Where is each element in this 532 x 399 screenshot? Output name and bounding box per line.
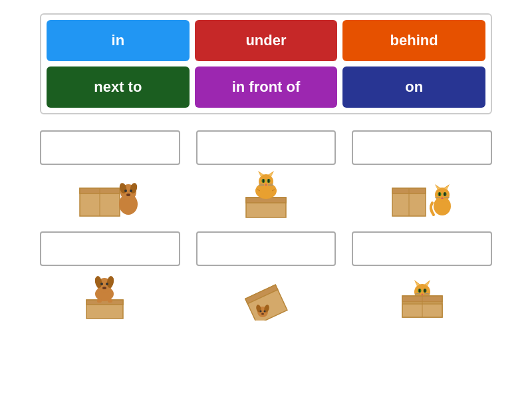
svg-point-62 — [263, 310, 265, 312]
answer-box-5[interactable] — [196, 231, 336, 266]
image-dog-behind-box — [40, 168, 180, 221]
svg-point-7 — [124, 190, 127, 192]
image-dog-under-box — [196, 269, 336, 322]
svg-point-52 — [106, 283, 108, 285]
svg-point-41 — [444, 192, 446, 196]
tile-on[interactable]: on — [342, 66, 485, 108]
svg-point-20 — [263, 179, 264, 183]
tile-in-front-of[interactable]: in front of — [195, 66, 338, 108]
answer-box-4[interactable] — [40, 231, 180, 266]
answer-grid — [40, 130, 492, 322]
image-box-cat-next — [352, 168, 492, 221]
image-cat-in-box — [352, 269, 492, 322]
word-bank: in under behind next to in front of on — [40, 13, 492, 114]
svg-point-33 — [435, 188, 450, 202]
tile-under[interactable]: under — [195, 20, 338, 61]
svg-point-8 — [130, 190, 132, 192]
answer-cell-4 — [40, 231, 180, 322]
svg-point-63 — [261, 313, 264, 315]
svg-point-73 — [424, 289, 426, 293]
svg-rect-55 — [108, 299, 112, 303]
answer-box-6[interactable] — [352, 231, 492, 266]
svg-point-51 — [100, 283, 103, 285]
answer-box-1[interactable] — [40, 130, 180, 165]
tile-behind[interactable]: behind — [342, 20, 485, 61]
svg-point-61 — [259, 310, 261, 312]
svg-point-21 — [268, 179, 269, 183]
answer-cell-5 — [196, 231, 336, 322]
svg-point-13 — [259, 174, 273, 189]
svg-rect-54 — [97, 299, 102, 303]
image-cat-on-box — [196, 168, 336, 221]
answer-box-3[interactable] — [352, 130, 492, 165]
svg-point-72 — [419, 289, 420, 293]
answer-cell-3 — [352, 130, 492, 221]
answer-box-2[interactable] — [196, 130, 336, 165]
svg-point-53 — [102, 287, 106, 289]
svg-point-40 — [439, 192, 440, 196]
image-dog-on-box — [40, 269, 180, 322]
answer-cell-6 — [352, 231, 492, 322]
answer-cell-1 — [40, 130, 180, 221]
answer-cell-2 — [196, 130, 336, 221]
tile-in[interactable]: in — [47, 20, 190, 61]
svg-point-9 — [126, 194, 130, 196]
tile-next-to[interactable]: next to — [47, 66, 190, 108]
